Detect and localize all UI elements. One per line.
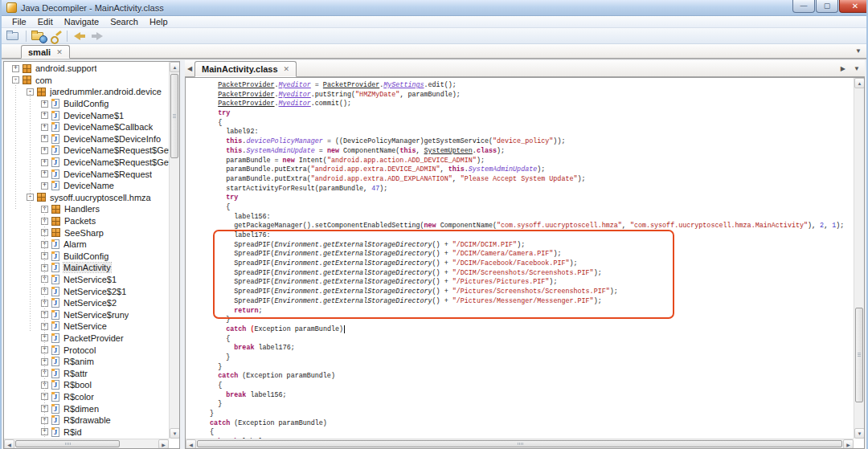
code-horizontal-scrollbar[interactable]: ◀ ▶ — [186, 439, 854, 448]
tree-item[interactable]: +JNetService$1 — [4, 274, 169, 286]
search-icon[interactable] — [49, 30, 62, 43]
tree-item[interactable]: +JMainActivity — [4, 262, 169, 274]
menu-help[interactable]: Help — [144, 17, 174, 27]
scroll-down-icon[interactable]: ▼ — [170, 428, 180, 439]
code-hscrollbar-thumb[interactable] — [197, 440, 842, 447]
open-file-icon[interactable] — [6, 30, 21, 42]
tree-item[interactable]: +JR$bool — [4, 379, 169, 391]
code-text: ); — [836, 222, 844, 230]
tree-item[interactable]: +JDeviceName$1 — [4, 109, 169, 121]
tab-close-icon[interactable]: ✕ — [284, 65, 290, 73]
code-text: startActivityForResult(paramBundle, — [226, 185, 371, 193]
tree-item[interactable]: +JR$drawable — [4, 414, 169, 427]
class-icon: J — [51, 415, 59, 425]
close-button[interactable]: ✕ — [839, 0, 868, 13]
tab-smali[interactable]: smali ✕ — [21, 45, 70, 59]
tree-item-label: R$anim — [63, 357, 94, 366]
expand-icon[interactable]: + — [41, 124, 48, 131]
tree-item[interactable]: +android.support — [4, 63, 169, 75]
tab-list-icon[interactable]: ▼ — [854, 65, 860, 72]
code-content[interactable]: PacketProvider.Myeditor = PacketProvider… — [186, 78, 854, 448]
tree-item[interactable]: +JR$id — [4, 426, 169, 438]
menu-navigate[interactable]: Navigate — [59, 17, 104, 27]
code-link[interactable]: PacketProvider — [323, 81, 379, 89]
expand-icon[interactable]: + — [41, 159, 48, 166]
tree-item-label: com — [35, 76, 52, 85]
expand-icon[interactable]: + — [41, 100, 48, 108]
code-scrollbar-thumb[interactable] — [855, 308, 863, 402]
menu-search[interactable]: Search — [104, 17, 144, 27]
tree-item[interactable]: +JDeviceName — [4, 180, 169, 192]
code-text: MySettings — [383, 81, 424, 89]
tree-vertical-scrollbar[interactable]: ▲ ▼ — [169, 62, 179, 439]
expand-icon[interactable]: + — [12, 65, 19, 72]
maximize-button[interactable]: ▢ — [816, 0, 838, 13]
tree-hscrollbar-thumb[interactable] — [15, 440, 120, 447]
tree-item[interactable]: -jaredrummler.android.device — [4, 86, 169, 98]
tree-item[interactable]: +JDeviceName$DeviceInfo — [4, 133, 169, 145]
tab-mainactivity-class[interactable]: MainActivity.class ✕ — [194, 61, 297, 77]
tree-item-label: sysoff.uucryptoscell.hmza — [50, 193, 151, 202]
code-link[interactable]: PacketProvider — [218, 91, 274, 99]
tree-item[interactable]: +JDeviceName$Callback — [4, 121, 169, 133]
class-icon: J — [51, 427, 59, 437]
minimize-button[interactable]: — — [792, 0, 815, 13]
tree-horizontal-scrollbar[interactable]: ◀ ▶ — [4, 439, 169, 448]
tree-item[interactable]: +JR$anim — [4, 356, 169, 368]
tree-item[interactable]: +JR$attr — [4, 367, 169, 379]
back-icon[interactable] — [72, 30, 87, 42]
expand-icon[interactable]: + — [41, 112, 48, 119]
scroll-right-icon[interactable]: ▶ — [843, 439, 854, 449]
tree-item[interactable]: +SeeSharp — [4, 227, 169, 239]
scroll-left-icon[interactable]: ◀ — [4, 439, 14, 449]
tree-item[interactable]: +JBuildConfig — [4, 251, 169, 263]
tab-scroll-left-icon[interactable]: ◀ — [187, 65, 192, 72]
tree-item[interactable]: +JProtocol — [4, 344, 169, 356]
forward-icon[interactable] — [90, 30, 104, 42]
expand-icon[interactable]: + — [41, 147, 48, 154]
expand-icon[interactable]: + — [41, 170, 48, 178]
tree-item-label: R$attr — [63, 369, 88, 378]
code-vertical-scrollbar[interactable]: ▲ ▼ — [854, 78, 864, 439]
code-text: } — [226, 353, 230, 361]
package-icon — [51, 217, 60, 226]
tab-scroll-right-icon[interactable]: ▶ — [841, 65, 845, 72]
code-link[interactable]: SystemUpteen — [424, 147, 473, 155]
tree-item[interactable]: +JPacketProvider — [4, 333, 169, 345]
tree-item[interactable]: +Packets — [4, 215, 169, 227]
tab-close-icon[interactable]: ✕ — [56, 48, 63, 56]
tree-item[interactable]: +JBuildConfig — [4, 98, 169, 110]
tree-item[interactable]: +JNetService$runy — [4, 308, 169, 320]
scroll-down-icon[interactable]: ▼ — [854, 428, 865, 439]
code-link[interactable]: PacketProvider — [218, 100, 274, 108]
tree-item[interactable]: -com — [4, 75, 169, 87]
tree-item[interactable]: +JR$color — [4, 391, 169, 403]
scroll-up-icon[interactable]: ▲ — [854, 78, 865, 88]
menu-edit[interactable]: Edit — [32, 17, 59, 27]
code-text: "android.app.action.ADD_DEVICE_ADMIN" — [327, 157, 477, 165]
scroll-right-icon[interactable]: ▶ — [158, 439, 169, 449]
tree-item[interactable]: +JDeviceName$Request$GetDeviceR — [4, 145, 169, 157]
tree-item[interactable]: +JNetService$2$1 — [4, 285, 169, 297]
scroll-up-icon[interactable]: ▲ — [170, 62, 180, 72]
tree-item[interactable]: -sysoff.uucryptoscell.hmza — [4, 192, 169, 204]
tree-item[interactable]: +JDeviceName$Request — [4, 168, 169, 180]
tree-item[interactable]: +Handlers — [4, 203, 169, 215]
tree-scrollbar-thumb[interactable] — [170, 74, 178, 158]
code-text: try — [226, 194, 238, 202]
open-type-icon[interactable] — [31, 30, 46, 42]
tree-item[interactable]: +JAlarm — [4, 239, 169, 251]
code-text: { — [218, 119, 222, 127]
expand-icon[interactable]: + — [41, 182, 48, 190]
scroll-left-icon[interactable]: ◀ — [186, 439, 196, 449]
menu-file[interactable]: File — [6, 17, 32, 27]
tree-item[interactable]: +JR$dimen — [4, 402, 169, 414]
code-link[interactable]: PacketProvider — [218, 81, 274, 89]
tree-item-label: R$color — [63, 392, 94, 402]
expand-icon[interactable]: + — [41, 135, 48, 142]
tree-item[interactable]: +JNetService$2 — [4, 297, 169, 309]
tab-list-icon[interactable]: ▼ — [855, 47, 862, 55]
tree-item[interactable]: +JNetService — [4, 320, 169, 333]
tree-item[interactable]: +JDeviceName$Request$GetDeviceR — [4, 157, 169, 169]
code-text: 47 — [371, 185, 379, 193]
